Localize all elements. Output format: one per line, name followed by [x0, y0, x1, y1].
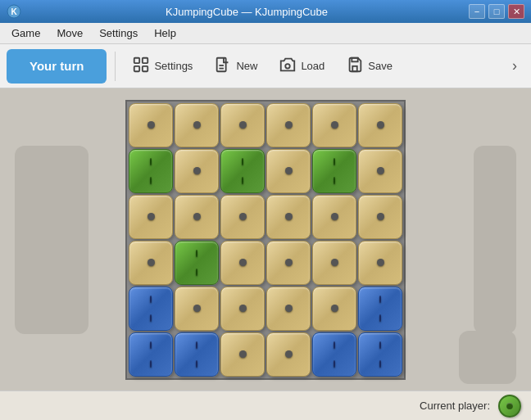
app-icon: K	[7, 4, 21, 19]
menu-item-settings[interactable]: Settings	[91, 25, 146, 41]
new-button[interactable]: New	[206, 51, 266, 82]
cube-2-1[interactable]	[175, 195, 219, 239]
cube-0-3[interactable]	[266, 103, 311, 147]
cube-5-1[interactable]	[175, 332, 219, 377]
svg-text:K: K	[11, 7, 17, 16]
svg-rect-2	[134, 58, 139, 63]
main-area	[0, 88, 531, 391]
cube-1-4[interactable]	[312, 149, 356, 193]
current-player-label: Current player:	[420, 400, 490, 412]
save-label: Save	[368, 60, 393, 72]
side-panel-bottom-right	[459, 331, 516, 384]
cube-5-2[interactable]	[220, 332, 265, 377]
load-icon	[279, 56, 297, 76]
maximize-button[interactable]: □	[488, 4, 505, 19]
cube-4-5[interactable]	[358, 287, 402, 331]
cube-1-3[interactable]	[266, 149, 311, 193]
game-board	[125, 100, 406, 380]
cube-5-3[interactable]	[266, 332, 311, 377]
new-label: New	[236, 60, 257, 72]
menubar: Game Move Settings Help	[0, 23, 531, 44]
save-button[interactable]: Save	[338, 51, 401, 82]
menu-item-move[interactable]: Move	[48, 25, 91, 41]
cube-4-2[interactable]	[220, 287, 265, 331]
cube-4-3[interactable]	[266, 287, 311, 331]
cube-1-5[interactable]	[358, 149, 402, 193]
new-icon	[214, 56, 232, 76]
titlebar-left: K	[7, 4, 25, 19]
menu-item-game[interactable]: Game	[3, 25, 48, 41]
menu-item-help[interactable]: Help	[146, 25, 184, 41]
cube-1-0[interactable]	[129, 149, 173, 193]
cube-4-0[interactable]	[129, 287, 173, 331]
cube-3-1[interactable]	[175, 241, 219, 285]
settings-button[interactable]: Settings	[124, 51, 201, 82]
cube-2-3[interactable]	[266, 195, 311, 239]
cube-0-1[interactable]	[175, 103, 219, 147]
svg-point-9	[286, 64, 291, 69]
titlebar: K KJumpingCube — KJumpingCube − □ ✕	[0, 0, 531, 23]
settings-label: Settings	[154, 60, 193, 72]
board-container	[0, 88, 531, 391]
cube-0-0[interactable]	[129, 103, 173, 147]
statusbar: Current player:	[0, 391, 531, 420]
cube-3-4[interactable]	[312, 241, 356, 285]
window-title: KJumpingCube — KJumpingCube	[25, 6, 469, 18]
svg-rect-4	[134, 66, 139, 71]
load-button[interactable]: Load	[270, 51, 333, 82]
cube-0-4[interactable]	[312, 103, 356, 147]
svg-rect-5	[143, 66, 148, 71]
side-panel-left	[15, 146, 88, 334]
cube-5-0[interactable]	[129, 332, 173, 377]
your-turn-button[interactable]: Your turn	[7, 49, 107, 84]
current-player-dot	[506, 403, 513, 409]
cube-3-2[interactable]	[220, 241, 265, 285]
cube-0-5[interactable]	[358, 103, 402, 147]
toolbar: Your turn Settings New	[0, 44, 531, 88]
load-label: Load	[301, 60, 324, 72]
cube-3-3[interactable]	[266, 241, 311, 285]
cube-5-5[interactable]	[358, 332, 402, 377]
svg-rect-10	[353, 66, 358, 71]
side-panel-right	[474, 146, 516, 334]
cube-0-2[interactable]	[220, 103, 265, 147]
cube-1-1[interactable]	[175, 149, 219, 193]
save-icon	[346, 56, 364, 76]
cube-2-5[interactable]	[358, 195, 402, 239]
close-button[interactable]: ✕	[508, 4, 524, 19]
toolbar-more-button[interactable]: ›	[505, 51, 524, 82]
cube-3-5[interactable]	[358, 241, 402, 285]
toolbar-separator	[115, 52, 116, 81]
cube-2-0[interactable]	[129, 195, 173, 239]
cube-3-0[interactable]	[129, 241, 173, 285]
cube-2-4[interactable]	[312, 195, 356, 239]
cube-2-2[interactable]	[220, 195, 265, 239]
cube-4-4[interactable]	[312, 287, 356, 331]
cube-5-4[interactable]	[312, 332, 356, 377]
svg-rect-3	[143, 58, 148, 63]
cube-1-2[interactable]	[220, 149, 265, 193]
cube-4-1[interactable]	[175, 287, 219, 331]
window-controls[interactable]: − □ ✕	[469, 4, 524, 19]
svg-rect-11	[352, 58, 358, 62]
settings-icon	[132, 56, 150, 76]
minimize-button[interactable]: −	[469, 4, 485, 19]
current-player-indicator	[498, 395, 521, 418]
